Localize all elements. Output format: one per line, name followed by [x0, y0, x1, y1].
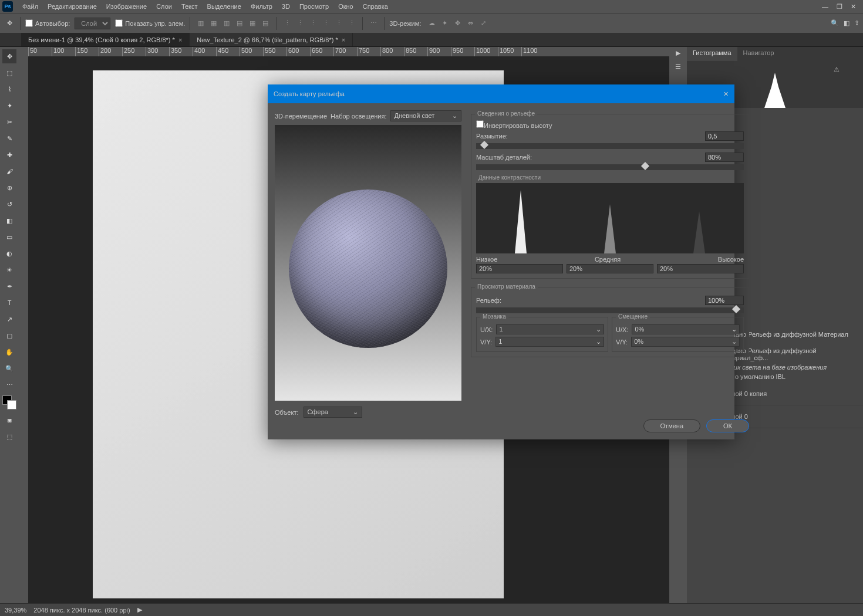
edit-toolbar[interactable]: ⋯ — [2, 378, 16, 392]
stamp-tool[interactable]: ⊕ — [2, 181, 16, 195]
hand-tool[interactable]: ✋ — [2, 345, 16, 359]
blur-input[interactable] — [705, 131, 744, 141]
lasso-tool[interactable]: ⌇ — [2, 82, 16, 96]
high-input[interactable] — [657, 264, 744, 273]
offset-vy-select[interactable]: 0%⌄ — [631, 337, 740, 347]
eraser-tool[interactable]: ◧ — [2, 214, 16, 228]
med-input[interactable] — [567, 264, 653, 273]
align-left-icon[interactable]: ▥ — [195, 18, 207, 29]
menu-layers[interactable]: Слои — [151, 3, 177, 10]
path-tool[interactable]: ↗ — [2, 312, 16, 326]
histogram-tab[interactable]: Гистограмма — [687, 47, 737, 61]
doc-info-arrow-icon[interactable]: ▶ — [137, 606, 142, 614]
detail-scale-input[interactable] — [705, 153, 744, 162]
menu-view[interactable]: Просмотр — [295, 3, 333, 10]
align-right-icon[interactable]: ▥ — [221, 18, 232, 29]
object-select[interactable]: Сфера⌄ — [304, 407, 362, 418]
workspace-switch-icon[interactable]: ◧ — [844, 19, 849, 27]
type-tool[interactable]: T — [2, 296, 16, 310]
3d-scale-icon[interactable]: ⤢ — [477, 18, 489, 29]
autoselect-target-select[interactable]: Слой — [75, 18, 110, 29]
3d-mode-label: 3D-режим: — [389, 20, 421, 27]
offset-ux-select[interactable]: 0%⌄ — [632, 324, 740, 334]
gradient-tool[interactable]: ▭ — [2, 230, 16, 244]
menu-file[interactable]: Файл — [18, 3, 43, 10]
menu-filter[interactable]: Фильтр — [246, 3, 277, 10]
shape-tool[interactable]: ▢ — [2, 329, 16, 343]
properties-icon[interactable]: ☰ — [675, 63, 681, 70]
dist-4-icon[interactable]: ⋮ — [320, 18, 332, 29]
align-top-icon[interactable]: ▤ — [234, 18, 245, 29]
close-icon[interactable]: ✕ — [723, 90, 729, 98]
chevron-down-icon: ⌄ — [353, 408, 358, 416]
window-close-icon[interactable]: ✕ — [851, 3, 856, 11]
document-info: 2048 пикс. x 2048 пикс. (600 ppi) — [33, 607, 130, 614]
show-controls-checkbox[interactable]: Показать упр. элем. — [115, 19, 185, 27]
menu-3d[interactable]: 3D — [277, 3, 295, 10]
detail-scale-slider[interactable] — [476, 164, 744, 170]
align-center-v-icon[interactable]: ▦ — [247, 18, 258, 29]
dist-1-icon[interactable]: ⋮ — [281, 18, 293, 29]
screenmode-tool[interactable]: ⬚ — [2, 429, 16, 444]
dist-5-icon[interactable]: ⋮ — [333, 18, 345, 29]
crop-tool[interactable]: ✂ — [2, 115, 16, 129]
align-center-h-icon[interactable]: ▦ — [208, 18, 220, 29]
warning-icon[interactable]: ⚠ — [834, 66, 840, 73]
3d-slide-icon[interactable]: ⇔ — [464, 18, 476, 29]
color-swatches[interactable] — [2, 395, 16, 409]
menu-help[interactable]: Справка — [358, 3, 393, 10]
wand-tool[interactable]: ✦ — [2, 99, 16, 113]
lightset-select[interactable]: Дневной свет⌄ — [390, 110, 462, 121]
eyedropper-tool[interactable]: ✎ — [2, 131, 16, 145]
window-restore-icon[interactable]: ❐ — [837, 3, 842, 11]
3d-rotate-icon[interactable]: ✦ — [439, 18, 450, 29]
zoom-level[interactable]: 39,39% — [5, 607, 26, 614]
window-minimize-icon[interactable]: — — [822, 3, 828, 11]
dist-3-icon[interactable]: ⋮ — [307, 18, 319, 29]
3d-orbit-icon[interactable]: ☁ — [426, 18, 437, 29]
dialog-titlebar[interactable]: Создать карту рельефа ✕ — [268, 84, 734, 103]
mosaic-ux-select[interactable]: 1⌄ — [496, 324, 604, 334]
blur-tool[interactable]: ◐ — [2, 246, 16, 260]
document-tab-2[interactable]: New_Texture_2 @ 66,7% (tile_pattern, RGB… — [190, 33, 353, 46]
play-icon[interactable]: ▶ — [676, 49, 680, 57]
relief-slider[interactable] — [476, 307, 744, 313]
navigator-tab[interactable]: Навигатор — [737, 47, 780, 61]
document-tab-1[interactable]: Без имени-1 @ 39,4% (Слой 0 копия 2, RGB… — [21, 33, 190, 46]
close-icon[interactable]: × — [342, 36, 345, 43]
dist-2-icon[interactable]: ⋮ — [294, 18, 306, 29]
menu-image[interactable]: Изображение — [102, 3, 151, 10]
pen-tool[interactable]: ✒ — [2, 279, 16, 293]
search-icon[interactable]: 🔍 — [831, 19, 839, 27]
dist-6-icon[interactable]: ⋮ — [346, 18, 358, 29]
quickmask-tool[interactable]: ◙ — [2, 413, 16, 427]
menu-select[interactable]: Выделение — [203, 3, 246, 10]
cancel-button[interactable]: Отмена — [643, 419, 700, 432]
low-input[interactable] — [476, 264, 563, 273]
menu-text[interactable]: Текст — [177, 3, 203, 10]
invert-height-checkbox[interactable]: Инвертировать высоту — [476, 122, 552, 129]
align-bottom-icon[interactable]: ▤ — [259, 18, 271, 29]
marquee-tool[interactable]: ⬚ — [2, 66, 16, 80]
mosaic-vy-select[interactable]: 1⌄ — [495, 337, 604, 347]
preview-area[interactable] — [275, 125, 461, 401]
close-icon[interactable]: × — [178, 36, 182, 43]
ok-button[interactable]: ОК — [706, 419, 749, 432]
brush-tool[interactable]: 🖌 — [2, 164, 16, 178]
share-icon[interactable]: ⇪ — [854, 19, 859, 27]
blur-slider[interactable] — [476, 143, 744, 149]
menu-edit[interactable]: Редактирование — [43, 3, 102, 10]
zoom-tool[interactable]: 🔍 — [2, 361, 16, 375]
contrast-data-label: Данные контрастности — [476, 174, 543, 181]
relief-input[interactable] — [705, 296, 744, 305]
menu-window[interactable]: Окно — [333, 3, 358, 10]
3d-pan-icon[interactable]: ✥ — [451, 18, 463, 29]
dodge-tool[interactable]: ☀ — [2, 263, 16, 277]
offset-label: Смещение — [616, 313, 650, 320]
ruler-vertical — [19, 47, 28, 603]
more-options-icon[interactable]: ⋯ — [368, 18, 379, 29]
move-tool[interactable]: ✥ — [2, 49, 16, 63]
autoselect-checkbox[interactable]: Автовыбор: — [25, 19, 70, 27]
history-brush-tool[interactable]: ↺ — [2, 197, 16, 211]
heal-tool[interactable]: ✚ — [2, 148, 16, 162]
